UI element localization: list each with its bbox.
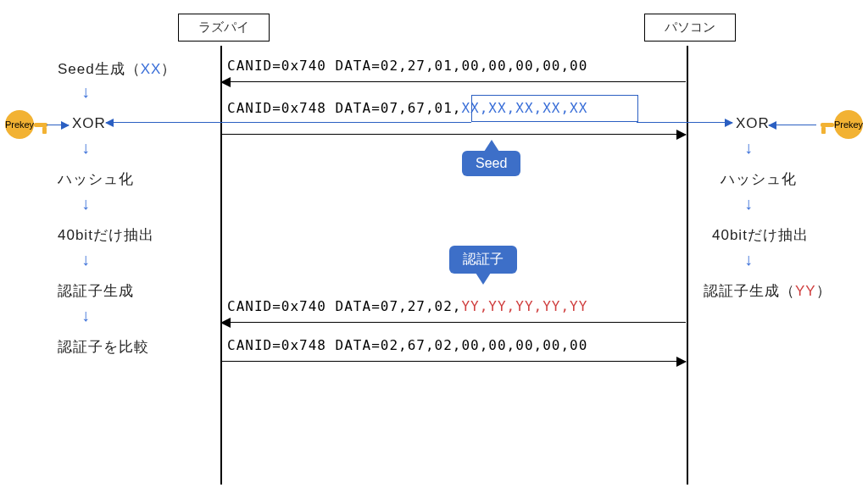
prekey-right-label: Prekey xyxy=(834,119,863,130)
callout-tail-icon xyxy=(476,273,491,285)
msg3-auth: YY,YY,YY,YY,YY xyxy=(461,298,587,314)
seed-to-right-xor-arrow xyxy=(637,122,732,123)
arrow-right-icon xyxy=(676,130,687,140)
make-authr-suffix: ） xyxy=(816,283,832,299)
node-left-label: ラズパイ xyxy=(198,19,249,34)
msg2-prefix: CANID=0x748 DATA=07,67,01, xyxy=(227,100,461,116)
msg1-text: CANID=0x740 DATA=02,27,01,00,00,00,00,00 xyxy=(227,58,587,74)
left-step-xor: XOR xyxy=(72,115,106,132)
arrow-left-icon xyxy=(768,121,776,130)
node-right-label: パソコン xyxy=(665,19,715,34)
msg2-arrow xyxy=(221,134,686,135)
make-authr-prefix: 認証子生成（ xyxy=(704,283,795,299)
prekey-right-to-xor-arrow xyxy=(769,125,816,125)
right-step-hash: ハッシュ化 xyxy=(721,169,797,189)
lifeline-left xyxy=(220,46,222,485)
left-step-extract40: 40bitだけ抽出 xyxy=(58,225,154,245)
seed-highlight-box xyxy=(471,95,638,122)
callout-authr: 認証子 xyxy=(449,246,517,274)
arrow-down-icon: ↓ xyxy=(81,251,90,268)
left-step-compare-authr: 認証子を比較 xyxy=(58,337,149,357)
prekey-left-to-xor-arrow xyxy=(47,125,69,125)
seedgen-xx: XX xyxy=(141,61,162,77)
arrow-down-icon: ↓ xyxy=(744,251,753,268)
arrow-down-icon: ↓ xyxy=(81,307,90,324)
arrow-left-icon xyxy=(105,119,114,127)
arrow-right-icon xyxy=(676,357,687,367)
arrow-right-icon xyxy=(725,119,733,127)
left-step-make-authr: 認証子生成 xyxy=(58,281,134,301)
arrow-down-icon: ↓ xyxy=(744,139,753,156)
callout-seed: Seed xyxy=(462,151,520,176)
arrow-down-icon: ↓ xyxy=(81,195,90,212)
seed-to-left-xor-arrow xyxy=(106,122,471,123)
arrow-left-icon xyxy=(220,77,231,87)
arrow-left-icon xyxy=(220,318,231,328)
arrow-down-icon: ↓ xyxy=(744,195,753,212)
msg3-text: CANID=0x740 DATA=07,27,02,YY,YY,YY,YY,YY xyxy=(227,298,587,314)
seedgen-suffix: ） xyxy=(161,61,176,77)
left-step-hash: ハッシュ化 xyxy=(58,169,134,189)
right-step-make-authr: 認証子生成（YY） xyxy=(704,281,832,301)
prekey-right: Prekey xyxy=(821,110,863,139)
msg3-arrow xyxy=(221,322,686,323)
msg4-arrow xyxy=(221,361,686,362)
prekey-left: Prekey xyxy=(5,110,47,139)
left-step-seedgen: Seed生成（XX） xyxy=(58,59,176,79)
callout-authr-label: 認証子 xyxy=(463,252,504,266)
msg4-text: CANID=0x748 DATA=02,67,02,00,00,00,00,00 xyxy=(227,337,587,353)
arrow-right-icon xyxy=(61,121,70,130)
seedgen-prefix: Seed生成（ xyxy=(58,61,141,77)
right-step-extract40: 40bitだけ抽出 xyxy=(712,225,809,245)
right-step-xor: XOR xyxy=(736,115,770,132)
node-left: ラズパイ xyxy=(178,14,270,42)
node-right: パソコン xyxy=(644,14,736,42)
lifeline-right xyxy=(687,46,688,485)
prekey-left-label: Prekey xyxy=(5,119,34,130)
callout-seed-label: Seed xyxy=(476,156,507,170)
arrow-down-icon: ↓ xyxy=(81,139,90,156)
msg1-arrow xyxy=(221,81,686,82)
make-authr-yy: YY xyxy=(795,283,816,299)
arrow-down-icon: ↓ xyxy=(81,83,90,100)
msg3-prefix: CANID=0x740 DATA=07,27,02, xyxy=(227,298,461,314)
callout-tail-icon xyxy=(484,140,499,152)
